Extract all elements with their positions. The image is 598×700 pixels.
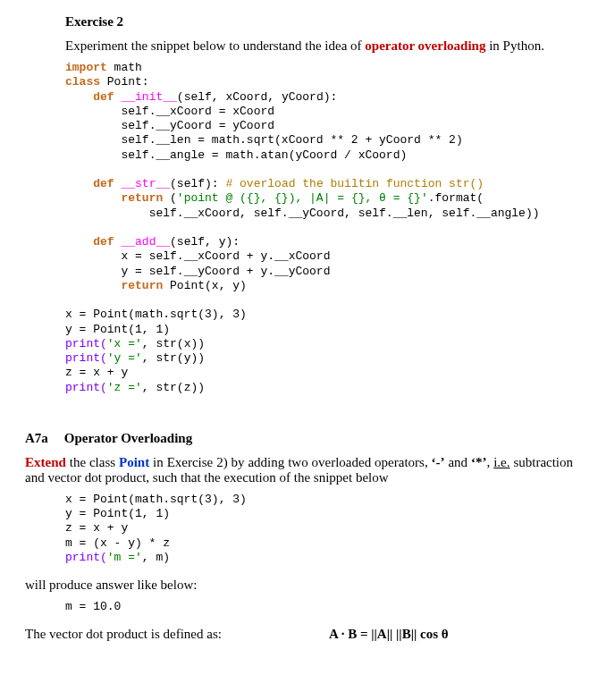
dunder-add: __add__ <box>121 235 170 249</box>
dot-product-text: The vector dot product is defined as: <box>25 627 222 642</box>
dunder-str: __str__ <box>121 177 170 190</box>
print-z-str: 'z =' <box>107 381 142 394</box>
exercise-2-code-block: import math class Point: def __init__(se… <box>25 61 573 395</box>
add-body-1: x = self.__xCoord + y.__xCoord <box>121 249 330 263</box>
a7a-heading: A7a Operator Overloading <box>25 431 573 446</box>
init-sig: (self, xCoord, yCoord): <box>177 90 337 104</box>
a7a-c2: y = Point(1, 1) <box>65 507 170 520</box>
format-call: .format( <box>428 191 484 205</box>
print-y-rest: , str(y)) <box>142 351 205 365</box>
intro-text-pre: Experiment the snippet below to understa… <box>65 38 365 53</box>
add-body-2: y = self.__yCoord + y.__yCoord <box>121 265 330 278</box>
kw-def-add: def <box>93 235 114 249</box>
exercise-2-intro: Experiment the snippet below to understa… <box>25 38 573 54</box>
return-paren: ( <box>163 191 177 205</box>
a7a-comma: , <box>487 455 494 469</box>
kw-def-str: def <box>93 177 114 190</box>
will-produce-text: will produce answer like below: <box>25 578 573 593</box>
dot-product-formula: A · B = ||A|| ||B|| cos θ <box>329 627 449 642</box>
init-body-1: self.__xCoord = xCoord <box>121 105 274 118</box>
str-sig: (self): <box>170 177 225 190</box>
a7a-label: A7a <box>25 431 61 446</box>
dunder-init: __init__ <box>121 90 176 104</box>
init-body-2: self.__yCoord = yCoord <box>121 119 274 132</box>
a7a-code-block: x = Point(math.sqrt(3), 3) y = Point(1, … <box>25 493 573 565</box>
word-ie: i.e. <box>493 455 510 469</box>
a7a-paragraph: Extend the class Point in Exercise 2) by… <box>25 455 573 485</box>
main-5: z = x + y <box>65 366 128 379</box>
print-x-call: print( <box>65 337 107 350</box>
kw-import: import <box>65 61 107 74</box>
a7a-c4: m = (x - y) * z <box>65 536 170 550</box>
a7a-p1: the class <box>66 455 119 469</box>
kw-def-init: def <box>93 90 114 104</box>
a7a-c3: z = x + y <box>65 521 128 535</box>
mod-math: math <box>107 61 142 74</box>
kw-return-add: return <box>121 279 163 292</box>
format-args: self.__xCoord, self.__yCoord, self.__len… <box>149 207 540 220</box>
word-extend: Extend <box>25 455 66 469</box>
a7a-and: and <box>445 455 471 469</box>
a7a-p2: in Exercise 2) by adding two overloaded … <box>149 455 431 469</box>
class-point: Point: <box>100 75 149 89</box>
kw-return-str: return <box>121 191 163 205</box>
print-y-call: print( <box>65 351 107 365</box>
a7a-output-block: m = 10.0 <box>25 600 573 614</box>
a7a-title: Operator Overloading <box>64 431 192 445</box>
print-x-rest: , str(x)) <box>142 337 205 350</box>
op-star: ‘*’ <box>471 455 487 469</box>
word-point: Point <box>119 455 149 469</box>
intro-emphasis: operator overloading <box>365 38 485 53</box>
add-sig: (self, y): <box>170 235 240 249</box>
return-point: Point(x, y) <box>163 279 247 292</box>
intro-text-post: in Python. <box>485 38 543 53</box>
init-body-3: self.__len = math.sqrt(xCoord ** 2 + yCo… <box>121 133 462 147</box>
main-2: y = Point(1, 1) <box>65 323 170 336</box>
print-z-rest: , str(z)) <box>142 381 205 394</box>
kw-class: class <box>65 75 100 89</box>
a7a-print-call: print( <box>65 551 107 564</box>
a7a-output: m = 10.0 <box>65 600 121 613</box>
format-string: 'point @ ({}, {}), |A| = {}, θ = {}' <box>177 191 428 205</box>
a7a-print-rest: , m) <box>142 551 170 564</box>
a7a-print-str: 'm =' <box>107 551 142 564</box>
init-body-4: self.__angle = math.atan(yCoord / xCoord… <box>121 148 407 162</box>
str-comment: # overload the builtin function str() <box>225 177 484 190</box>
op-minus: ‘-’ <box>432 455 445 469</box>
print-y-str: 'y =' <box>107 351 142 365</box>
exercise-2-heading: Exercise 2 <box>25 14 573 30</box>
print-x-str: 'x =' <box>107 337 142 350</box>
a7a-c1: x = Point(math.sqrt(3), 3) <box>65 493 247 506</box>
dot-product-line: The vector dot product is defined as: A … <box>25 627 573 642</box>
print-z-call: print( <box>65 381 107 394</box>
main-1: x = Point(math.sqrt(3), 3) <box>65 308 247 321</box>
